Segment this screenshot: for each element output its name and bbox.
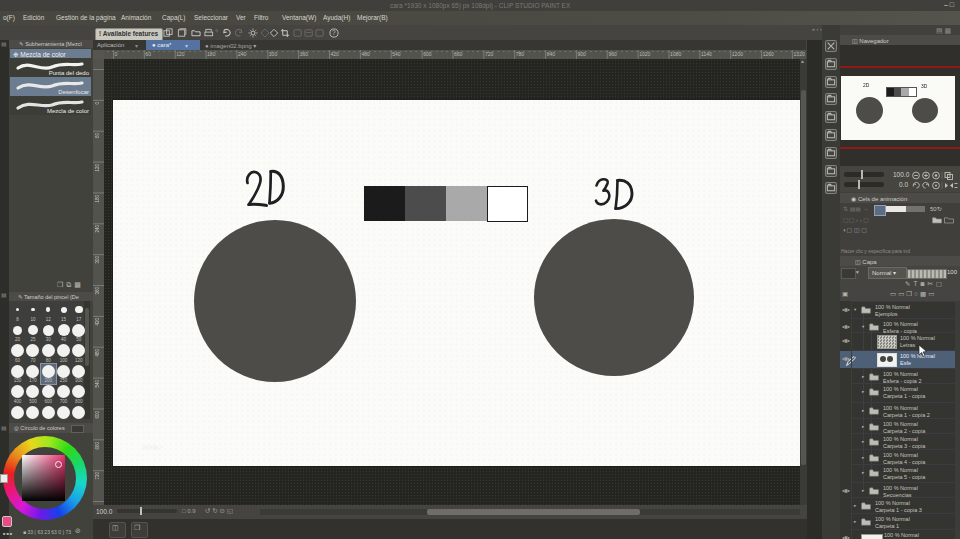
svg-text:?: ? (332, 29, 336, 36)
